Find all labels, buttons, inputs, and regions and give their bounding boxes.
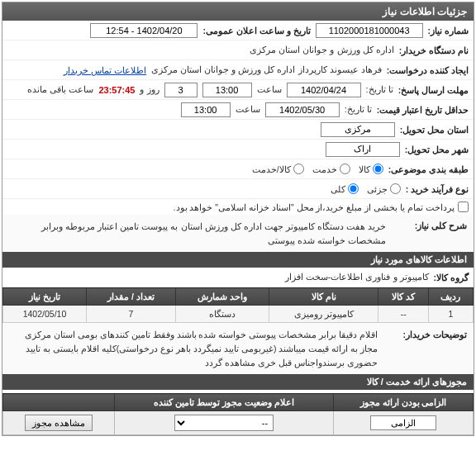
process-type-label: نوع فرآیند خرید : bbox=[406, 184, 469, 194]
th-action bbox=[3, 394, 115, 411]
cell-qty: 7 bbox=[86, 306, 175, 323]
buyer-org-label: نام دستگاه خریدار: bbox=[399, 45, 469, 55]
row-min-validity: حداقل تاریخ اعتبار قیمت: تا تاریخ: ساعت bbox=[2, 100, 474, 120]
goods-table: ردیف کد کالا نام کالا واحد شمارش تعداد /… bbox=[2, 287, 474, 323]
proc-partial-radio[interactable] bbox=[390, 183, 401, 194]
cls-service-option[interactable]: خدمت bbox=[312, 164, 350, 174]
row-process-type: نوع فرآیند خرید : جزئی کلی bbox=[2, 179, 474, 199]
cls-goods-radio[interactable] bbox=[373, 164, 383, 174]
min-validity-saat: ساعت bbox=[236, 104, 260, 115]
cls-goods-option[interactable]: کالا bbox=[359, 164, 383, 174]
th-mandatory: الزامی بودن ارائه مجوز bbox=[334, 394, 474, 411]
permits-row: -- مشاهده مجوز bbox=[3, 411, 474, 435]
row-deadline: مهلت ارسال پاسخ: تا تاریخ: ساعت روز و 23… bbox=[2, 80, 474, 100]
time-remaining: 23:57:45 bbox=[98, 85, 135, 95]
row-goods-group: گروه کالا: کامپیوتر و فناوری اطلاعات-سخت… bbox=[2, 268, 474, 287]
cell-name: کامپیوتر رومیزی bbox=[269, 306, 378, 323]
cell-action: مشاهده مجوز bbox=[3, 411, 115, 435]
deadline-rooz: روز و bbox=[140, 84, 159, 95]
days-left-input[interactable] bbox=[164, 83, 198, 97]
install-state-label: استان محل تحویل: bbox=[400, 125, 469, 135]
proc-partial-option[interactable]: جزئی bbox=[367, 183, 401, 194]
cell-code: -- bbox=[378, 306, 429, 323]
cell-status: -- bbox=[114, 411, 333, 435]
th-status: اعلام وضعیت مجوز توسط تامین کننده bbox=[114, 394, 333, 411]
row-buyer-org: نام دستگاه خریدار: اداره کل ورزش و جوانا… bbox=[2, 40, 474, 60]
need-no-input[interactable] bbox=[316, 23, 423, 38]
row-install-state: استان محل تحویل: bbox=[2, 120, 474, 140]
table-header-row: ردیف کد کالا نام کالا واحد شمارش تعداد /… bbox=[3, 288, 474, 306]
cls-service-radio[interactable] bbox=[340, 164, 350, 174]
row-install-city: شهر محل تحویل: bbox=[2, 140, 474, 159]
buyer-notes-text: اقلام دقیقا برابر مشخصات پیوستی خواسته ش… bbox=[9, 328, 378, 369]
permits-table: الزامی بودن ارائه مجوز اعلام وضعیت مجوز … bbox=[2, 393, 474, 435]
buyer-notes-label: توضیحات خریدار: bbox=[384, 328, 467, 369]
permits-section-header: مجوزهای ارائه خدمت / کالا bbox=[2, 374, 474, 390]
install-city-label: شهر محل تحویل: bbox=[405, 145, 469, 154]
panel-header: جزئیات اطلاعات نیاز bbox=[2, 2, 474, 21]
th-code: کد کالا bbox=[378, 288, 429, 306]
goods-group-value: کامپیوتر و فناوری اطلاعات-سخت افزار bbox=[285, 272, 429, 282]
classification-label: طبقه بندی موضوعی: bbox=[388, 164, 469, 174]
row-requester: ایجاد کننده درخواست: فرهاد عیسوند کارپرد… bbox=[2, 60, 474, 80]
general-desc-row: شرح کلی نیاز: خرید هفت دستگاه کامپیوتر ج… bbox=[2, 215, 474, 252]
table-row[interactable]: 1 -- کامپیوتر رومیزی دستگاه 7 1402/05/10 bbox=[3, 306, 474, 323]
min-validity-ta: تا تاریخ: bbox=[345, 104, 372, 115]
announce-label: تاریخ و ساعت اعلان عمومی: bbox=[202, 26, 310, 36]
process-radio-group: جزئی کلی bbox=[331, 183, 401, 194]
min-validity-label: حداقل تاریخ اعتبار قیمت: bbox=[377, 105, 469, 115]
th-name: نام کالا bbox=[269, 288, 378, 306]
th-unit: واحد شمارش bbox=[175, 288, 269, 306]
view-permit-button[interactable]: مشاهده مجوز bbox=[25, 415, 93, 431]
th-idx: ردیف bbox=[428, 288, 473, 306]
deadline-time-input[interactable] bbox=[202, 83, 252, 97]
need-details-panel: جزئیات اطلاعات نیاز شماره نیاز: تاریخ و … bbox=[2, 2, 474, 436]
th-qty: تعداد / مقدار bbox=[86, 288, 175, 306]
permits-header-row: الزامی بودن ارائه مجوز اعلام وضعیت مجوز … bbox=[3, 394, 474, 411]
cell-date: 1402/05/10 bbox=[3, 306, 87, 323]
row-payment-note: پرداخت تمام یا بخشی از مبلغ خرید،از محل … bbox=[2, 199, 474, 215]
general-desc-label: شرح کلی نیاز: bbox=[393, 220, 467, 247]
min-validity-time-input[interactable] bbox=[181, 102, 231, 117]
contact-buyer-link[interactable]: اطلاعات تماس خریدار bbox=[64, 65, 146, 75]
row-classification: طبقه بندی موضوعی: کالا خدمت کالا/خدمت bbox=[2, 159, 474, 179]
cls-both-radio[interactable] bbox=[293, 164, 304, 174]
permit-status-select[interactable]: -- bbox=[174, 415, 274, 431]
row-need-no: شماره نیاز: تاریخ و ساعت اعلان عمومی: bbox=[2, 21, 474, 40]
requester-label: ایجاد کننده درخواست: bbox=[387, 65, 469, 75]
proc-full-radio[interactable] bbox=[348, 183, 359, 194]
proc-full-option[interactable]: کلی bbox=[331, 183, 359, 194]
buyer-notes-row: توضیحات خریدار: اقلام دقیقا برابر مشخصات… bbox=[2, 323, 474, 374]
treasury-payment-checkbox[interactable] bbox=[458, 202, 469, 212]
deadline-ta: تا تاریخ: bbox=[366, 84, 393, 95]
cell-unit: دستگاه bbox=[175, 306, 269, 323]
install-city-input[interactable] bbox=[326, 142, 400, 157]
payment-note-text: پرداخت تمام یا بخشی از مبلغ خرید،از محل … bbox=[174, 202, 455, 212]
deadline-label: مهلت ارسال پاسخ: bbox=[398, 85, 469, 95]
buyer-org-value: اداره کل ورزش و جوانان استان مرکزی bbox=[250, 45, 393, 55]
general-desc-text: خرید هفت دستگاه کامپیوتر جهت اداره کل ور… bbox=[9, 220, 386, 247]
deadline-date-input[interactable] bbox=[287, 83, 361, 97]
cls-both-option[interactable]: کالا/خدمت bbox=[252, 164, 304, 174]
goods-group-label: گروه کالا: bbox=[434, 273, 469, 282]
remain-label: ساعت باقی مانده bbox=[27, 84, 93, 95]
announce-input[interactable] bbox=[90, 23, 198, 38]
need-no-label: شماره نیاز: bbox=[428, 26, 469, 36]
min-validity-date-input[interactable] bbox=[265, 102, 340, 117]
th-date: تاریخ نیاز bbox=[3, 288, 87, 306]
goods-section-header: اطلاعات کالاهای مورد نیاز bbox=[2, 252, 474, 268]
install-state-input[interactable] bbox=[321, 122, 395, 137]
requester-value: فرهاد عیسوند کارپرداز اداره کل ورزش و جو… bbox=[151, 64, 382, 75]
cell-mandatory bbox=[334, 411, 474, 435]
deadline-saat: ساعت bbox=[257, 84, 282, 95]
classification-radio-group: کالا خدمت کالا/خدمت bbox=[252, 164, 383, 174]
mandatory-input[interactable] bbox=[370, 415, 436, 430]
cell-idx: 1 bbox=[428, 306, 473, 323]
